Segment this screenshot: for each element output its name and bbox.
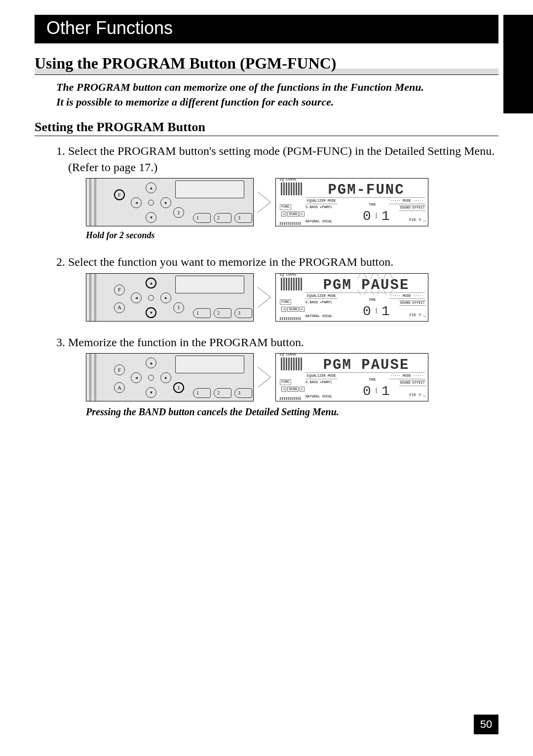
control-panel-diagram: F I ▴ ▾ ◂ ▸ 1 2 3 [86, 178, 254, 226]
scan-text: SCAN [287, 387, 299, 392]
eq-curve-label: EQ CURVE [280, 353, 297, 357]
preset-1-icon: 1 [193, 213, 211, 223]
arrow-icon [258, 287, 271, 308]
equalizer-mode-label: EQUALIZER MODE [305, 374, 338, 379]
lcd-row-4: NATURAL VOCAL [305, 219, 425, 224]
natural-vocal-label: NATURAL VOCAL [305, 219, 333, 224]
fie-label: FIE ▽ ⎵ [409, 313, 426, 318]
scan-left-icon: ◂ [281, 387, 286, 392]
equalizer-mode-label: EQUALIZER MODE [305, 294, 338, 299]
sound-effect-label: SOUND EFFECT [399, 300, 426, 306]
intro-line-2: It is possible to memorize a different f… [56, 96, 334, 108]
step-1: Select the PROGRAM button's setting mode… [68, 143, 498, 254]
step-2-text: Select the function you want to memorize… [68, 255, 393, 268]
cassette-slot-icon [175, 356, 244, 373]
i-button-icon: I [173, 207, 184, 218]
eq-bars-icon [281, 358, 303, 370]
scan-right-icon: ▸ [300, 212, 305, 216]
lcd-row-2: EQUALIZER MODE ····· MODE ····· [305, 292, 425, 299]
figure-row-1: F I ▴ ▾ ◂ ▸ 1 2 3 EQ CURVE [86, 178, 498, 226]
dpad-right-icon: ▸ [160, 292, 171, 303]
mode-label: ····· MODE ····· [389, 294, 425, 299]
lcd-row-2: EQUALIZER MODE ····· MODE ····· [305, 197, 425, 204]
step-1-text: Select the PROGRAM button's setting mode… [68, 144, 495, 173]
dpad-down-icon: ▾ [146, 212, 156, 223]
preset-1-icon: 1 [193, 308, 211, 318]
control-panel-diagram: F A I ▴ ▾ ◂ ▸ 1 2 3 [86, 353, 254, 401]
dpad-icon: ▴ ▾ ◂ ▸ [134, 360, 168, 395]
lcd-display-3: EQ CURVE PGM PAUSE EQUALIZER MODE ····· … [275, 353, 428, 401]
preset-2-icon: 2 [214, 213, 231, 223]
mode-label: ····· MODE ····· [389, 199, 425, 204]
hold-note: Hold for 2 seconds [86, 229, 498, 241]
figure-row-2: F A I ▴ ▾ ◂ ▸ 1 2 3 [86, 273, 498, 322]
dots-icon [280, 397, 302, 400]
a-button-icon: A [114, 302, 125, 313]
f-button-icon: F [114, 364, 125, 375]
preset-3-icon: 3 [234, 308, 252, 318]
f-button-icon: F [114, 189, 125, 200]
func-label: FUNC [280, 204, 291, 210]
dpad-down-icon: ▾ [146, 387, 156, 398]
steps-list: Select the PROGRAM button's setting mode… [68, 143, 498, 422]
dpad-up-icon: ▴ [146, 358, 156, 368]
fie-label: FIE ▽ ⎵ [409, 217, 426, 223]
step-3-text: Memorize the function in the PROGRAM but… [68, 336, 304, 349]
dpad-left-icon: ◂ [131, 292, 142, 303]
eq-bars-icon [281, 182, 303, 195]
fie-label: FIE ▽ ⎵ [409, 393, 426, 398]
section-title: Using the PROGRAM Button (PGM-FUNC) [35, 54, 498, 75]
sound-effect-label: SOUND EFFECT [399, 380, 426, 386]
sbass-label: S.BASS ▸PWRFL [305, 205, 333, 210]
arrow-icon [258, 191, 271, 213]
page-content: Other Functions Using the PROGRAM Button… [0, 0, 533, 436]
eq-curve-label: EQ CURVE [280, 178, 297, 182]
sbass-label: S.BASS ▸PWRFL [305, 380, 333, 385]
scan-text: SCAN [287, 212, 299, 216]
lcd-row-2: EQUALIZER MODE ····· MODE ····· [305, 372, 425, 379]
dpad-right-icon: ▸ [160, 197, 171, 208]
intro-text: The PROGRAM button can memorize one of t… [35, 75, 498, 109]
f-button-icon: F [114, 285, 125, 295]
control-panel-diagram: F A I ▴ ▾ ◂ ▸ 1 2 3 [86, 273, 254, 322]
step-3: Memorize the function in the PROGRAM but… [68, 334, 498, 422]
figure-row-3: F A I ▴ ▾ ◂ ▸ 1 2 3 [86, 353, 498, 401]
dpad-icon: ▴ ▾ ◂ ▸ [134, 281, 168, 315]
preset-2-icon: 2 [214, 308, 231, 318]
natural-vocal-label: NATURAL VOCAL [305, 314, 333, 319]
dpad-left-icon: ◂ [131, 197, 142, 208]
cassette-slot-icon [175, 180, 244, 198]
dpad-left-icon: ◂ [131, 372, 142, 383]
preset-1-icon: 1 [193, 388, 211, 398]
dots-icon [280, 317, 302, 320]
scan-right-icon: ▸ [300, 307, 305, 312]
preset-3-icon: 3 [234, 388, 252, 398]
mode-label: ····· MODE ····· [389, 374, 425, 379]
cassette-slot-icon [175, 276, 244, 293]
func-label: FUNC [280, 379, 291, 385]
scan-text: SCAN [287, 307, 299, 312]
chapter-header: Other Functions [35, 15, 498, 43]
a-button-icon: A [114, 382, 125, 393]
func-label: FUNC [280, 299, 291, 305]
lcd-row-4: NATURAL VOCAL [305, 314, 425, 319]
scan-label: ◂SCAN▸ [281, 212, 305, 216]
scan-left-icon: ◂ [281, 212, 286, 216]
step-2: Select the function you want to memorize… [68, 254, 498, 327]
scan-label: ◂SCAN▸ [281, 387, 305, 392]
dpad-down-icon: ▾ [146, 307, 156, 318]
arrow-icon [258, 366, 271, 388]
dots-icon [280, 222, 302, 225]
dpad-right-icon: ▸ [160, 372, 171, 383]
sound-effect-label: SOUND EFFECT [399, 205, 426, 211]
lcd-display-2: EQ CURVE PGM PAUSE ╱╲╱╲╱╲ ╲╱╲╱╲╱ EQUALIZ… [275, 273, 428, 322]
sbass-label: S.BASS ▸PWRFL [305, 300, 333, 305]
equalizer-mode-label: EQUALIZER MODE [305, 199, 338, 204]
lcd-row-4: NATURAL VOCAL [305, 395, 425, 399]
intro-line-1: The PROGRAM button can memorize one of t… [56, 81, 424, 93]
natural-vocal-label: NATURAL VOCAL [305, 395, 333, 399]
subsection-title: Setting the PROGRAM Button [35, 120, 498, 136]
preset-2-icon: 2 [214, 388, 231, 398]
scan-left-icon: ◂ [281, 307, 286, 312]
scan-label: ◂SCAN▸ [281, 307, 305, 312]
